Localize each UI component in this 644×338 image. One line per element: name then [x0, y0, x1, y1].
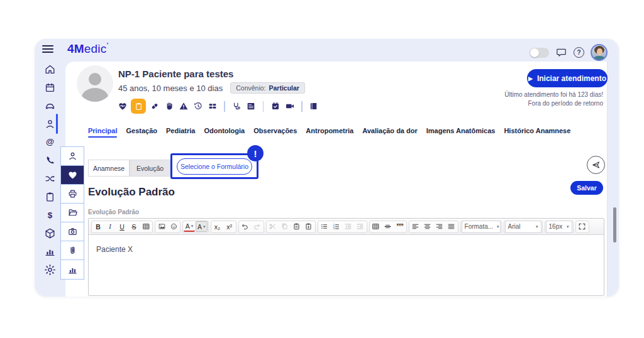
patient-tool-person-icon[interactable]	[61, 147, 84, 166]
patient-action-book-icon[interactable]	[308, 99, 320, 113]
start-attendance-button[interactable]: ▶ Iniciar atendimento	[527, 69, 608, 87]
toolbar-align-justify-button[interactable]	[446, 221, 457, 232]
toolbar-italic-button[interactable]: I	[104, 221, 116, 232]
toolbar-format-select-dropdown[interactable]: Formata...▾	[462, 221, 501, 233]
vertical-scrollbar[interactable]	[613, 207, 616, 243]
patient-action-warning-icon[interactable]	[177, 99, 189, 113]
toolbar-copy-button[interactable]	[279, 221, 291, 232]
toolbar-align-right-button[interactable]	[434, 221, 445, 232]
patient-action-pill-icon[interactable]	[148, 99, 160, 113]
header-right-controls: ?	[530, 44, 608, 61]
dropdown-value: Arial	[508, 223, 521, 230]
subtab-evolucao[interactable]: Evolução	[130, 160, 170, 177]
toolbar-superscript-button[interactable]: x²	[224, 221, 235, 232]
subtab-anamnese[interactable]: Anamnese	[88, 160, 130, 177]
toolbar-group: A▾A▾	[182, 221, 209, 233]
tab-antropometria[interactable]: Antropometria	[306, 127, 353, 138]
toolbar-group: BIUS	[91, 221, 153, 233]
toolbar-size-select-dropdown[interactable]: 16px▾	[546, 221, 572, 233]
toolbar-paste-from-word-button[interactable]	[303, 221, 314, 232]
patient-age: 45 anos, 10 meses e 10 dias	[118, 84, 223, 93]
tab-gestação[interactable]: Gestação	[126, 127, 157, 138]
patient-tool-folder-icon[interactable]	[61, 204, 84, 222]
toolbar-bold-button[interactable]: B	[92, 221, 104, 232]
toolbar-insert-table-button[interactable]	[140, 221, 152, 232]
send-button[interactable]	[587, 156, 605, 174]
sidebar-car-icon[interactable]	[35, 97, 65, 115]
action-divider	[263, 101, 264, 112]
toolbar-fullscreen-button[interactable]	[577, 221, 588, 232]
toolbar-group	[266, 221, 316, 233]
tab-principal[interactable]: Principal	[88, 127, 117, 138]
user-avatar[interactable]	[591, 44, 608, 61]
tab-observações[interactable]: Observações	[253, 127, 297, 138]
toolbar-group	[155, 221, 180, 233]
toolbar-increase-indent-button[interactable]	[355, 221, 366, 232]
tab-imagens-anatômicas[interactable]: Imagens Anatômicas	[426, 127, 496, 138]
theme-toggle[interactable]	[530, 48, 549, 58]
tab-pediatria[interactable]: Pediatria	[166, 127, 195, 138]
toolbar-redo-button[interactable]	[252, 221, 263, 232]
patient-tool-printer-icon[interactable]	[61, 185, 84, 204]
toolbar-font-color-button[interactable]: A▾	[184, 221, 195, 232]
patient-action-history-icon[interactable]	[192, 99, 204, 113]
action-divider	[224, 101, 225, 112]
toolbar-cut-button[interactable]	[267, 221, 279, 232]
toolbar-insert-image-button[interactable]	[156, 221, 167, 232]
patient-action-calendar-check-icon[interactable]	[269, 99, 281, 113]
patient-action-icons	[116, 98, 320, 114]
toolbar-blockquote-button[interactable]: ””	[394, 221, 406, 232]
patient-avatar[interactable]	[77, 65, 113, 102]
help-icon[interactable]: ?	[574, 47, 584, 58]
patient-action-clipboard-icon[interactable]	[131, 99, 146, 114]
toolbar-bullet-list-button[interactable]	[319, 221, 330, 232]
chevron-down-icon: ▾	[536, 224, 538, 229]
patient-action-heart-pulse-icon[interactable]	[116, 99, 128, 113]
toolbar-horizontal-line-button[interactable]	[382, 221, 394, 232]
toolbar-undo-button[interactable]	[240, 221, 251, 232]
patient-action-blocks-icon[interactable]	[206, 99, 218, 113]
avatar-body	[593, 56, 606, 61]
toolbar-strikethrough-button[interactable]: S	[128, 221, 140, 232]
logo-mark: ʼ	[106, 42, 108, 49]
select-form-button[interactable]: Selecione o Formulário	[177, 158, 252, 175]
last-attendance-text: Último atendimento foi há 123 dias!	[504, 90, 603, 99]
patient-tool-heart-pulse-icon[interactable]	[61, 166, 84, 185]
toolbar-align-left-button[interactable]	[410, 221, 421, 232]
patient-age-row: 45 anos, 10 meses e 10 dias Convênio: Pa…	[118, 82, 305, 94]
save-button[interactable]: Salvar	[570, 181, 603, 195]
toolbar-paste-button[interactable]	[291, 221, 303, 232]
toolbar-table-properties-button[interactable]	[370, 221, 382, 232]
toolbar-numbered-list-button[interactable]: 123	[331, 221, 342, 232]
start-attendance-label: Iniciar atendimento	[537, 74, 606, 83]
avatar-silhouette-body	[82, 88, 108, 102]
patient-action-video-icon[interactable]	[284, 99, 296, 113]
chevron-down-icon: ▾	[203, 224, 206, 230]
toolbar-emoticons-button[interactable]	[168, 221, 179, 232]
patient-tool-paperclip-icon[interactable]	[61, 241, 84, 260]
toolbar-group: x₂x²	[211, 221, 236, 233]
patient-action-hand-icon[interactable]	[163, 99, 175, 113]
toolbar-align-center-button[interactable]	[422, 221, 433, 232]
patient-tool-stats-icon[interactable]	[61, 260, 84, 279]
editor-content[interactable]: Paciente X	[89, 235, 604, 295]
patient-action-list-details-icon[interactable]	[245, 99, 257, 113]
toolbar-underline-button[interactable]: U	[116, 221, 128, 232]
play-icon: ▶	[528, 75, 533, 82]
toolbar-decrease-indent-button[interactable]	[343, 221, 354, 232]
toolbar-subscript-button[interactable]: x₂	[212, 221, 223, 232]
patient-action-stethoscope-icon[interactable]	[231, 99, 243, 113]
app-window: 4Medicʼ ? @$ NP-1 Paciente para testes	[35, 39, 619, 297]
sidebar-calendar-icon[interactable]	[35, 79, 65, 97]
last-attendance-info: Último atendimento foi há 123 dias! Fora…	[504, 90, 603, 108]
toolbar-background-color-button[interactable]: A▾	[196, 221, 208, 232]
toolbar-font-select-dropdown[interactable]: Arial▾	[505, 221, 541, 233]
tab-histórico-anamnese[interactable]: Histórico Anamnese	[504, 127, 570, 138]
sidebar-person-icon[interactable]	[35, 115, 65, 133]
patient-tool-camera-icon[interactable]	[61, 222, 84, 241]
tab-avaliação-da-dor[interactable]: Avaliação da dor	[362, 127, 418, 138]
toolbar-group	[238, 221, 264, 233]
tab-odontologia[interactable]: Odontologia	[204, 127, 245, 138]
chat-icon[interactable]	[555, 46, 567, 58]
sidebar-home-icon[interactable]	[35, 60, 65, 79]
